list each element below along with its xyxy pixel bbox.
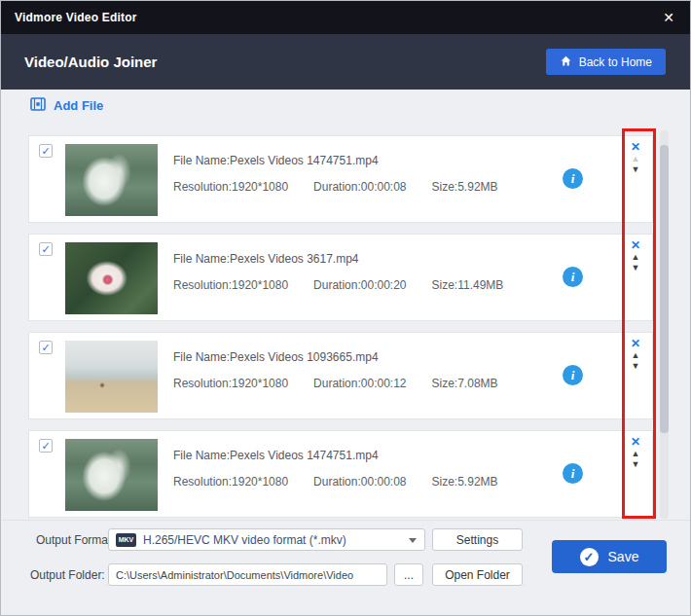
video-thumbnail-waterfall	[65, 439, 158, 511]
info-icon[interactable]: i	[563, 168, 583, 189]
film-icon	[30, 96, 46, 115]
browse-folder-button[interactable]: ...	[394, 563, 423, 586]
move-down-icon[interactable]: ▼	[632, 361, 640, 372]
chevron-down-icon	[409, 538, 417, 543]
check-circle-icon: ✓	[580, 548, 599, 566]
info-icon[interactable]: i	[563, 463, 583, 484]
close-icon[interactable]: ✕	[663, 11, 674, 24]
file-duration: Duration:00:00:08	[313, 475, 406, 489]
file-name: File Name:Pexels Videos 3617.mp4	[173, 252, 528, 266]
add-file-label: Add File	[54, 98, 103, 113]
app-window: Vidmore Video Editor ✕ Video/Audio Joine…	[0, 0, 691, 616]
file-name: File Name:Pexels Videos 1474751.mp4	[173, 449, 524, 462]
title-bar: Vidmore Video Editor ✕	[1, 1, 690, 34]
file-size: Size:5.92MB	[432, 475, 498, 489]
footer-divider	[1, 520, 690, 521]
back-to-home-button[interactable]: Back to Home	[546, 49, 666, 75]
output-folder-input[interactable]	[108, 563, 387, 586]
file-checkbox[interactable]: ✓	[39, 341, 53, 354]
remove-icon[interactable]: ✕	[631, 337, 640, 350]
page-header: Video/Audio Joiner Back to Home	[1, 34, 690, 90]
info-icon[interactable]: i	[563, 267, 583, 287]
file-name: File Name:Pexels Videos 1093665.mp4	[173, 350, 524, 364]
video-thumbnail-beach	[65, 341, 158, 413]
file-checkbox[interactable]: ✓	[39, 242, 53, 256]
save-button[interactable]: ✓ Save	[552, 540, 667, 573]
file-checkbox[interactable]: ✓	[39, 439, 53, 453]
file-size: Size:11.49MB	[432, 278, 504, 292]
open-folder-button[interactable]: Open Folder	[432, 563, 523, 586]
window-title: Vidmore Video Editor	[15, 11, 137, 24]
file-resolution: Resolution:1920*1080	[173, 475, 288, 489]
output-format-label: Output Format:	[36, 533, 115, 547]
move-down-icon[interactable]: ▼	[632, 459, 640, 470]
move-up-icon[interactable]: ▲	[632, 252, 640, 263]
remove-icon[interactable]: ✕	[631, 435, 640, 449]
file-duration: Duration:00:00:12	[313, 377, 406, 390]
save-label: Save	[608, 549, 639, 564]
file-row: ✓ File Name:Pexels Videos 1474751.mp4 Re…	[28, 135, 653, 223]
move-up-icon[interactable]: ▲	[632, 449, 640, 459]
info-icon[interactable]: i	[563, 365, 583, 385]
add-file-button[interactable]: Add File	[30, 96, 103, 115]
file-checkbox[interactable]: ✓	[39, 144, 53, 158]
file-list: ✓ File Name:Pexels Videos 1474751.mp4 Re…	[28, 127, 653, 520]
scrollbar-track[interactable]	[660, 130, 669, 519]
settings-button[interactable]: Settings	[432, 528, 523, 551]
move-down-icon[interactable]: ▼	[632, 263, 640, 273]
output-format-select[interactable]: MKV H.265/HEVC MKV video format (*.mkv)	[108, 528, 425, 551]
home-icon	[560, 54, 572, 70]
file-row: ✓ File Name:Pexels Videos 1093665.mp4 Re…	[28, 332, 653, 419]
file-size: Size:5.92MB	[432, 180, 498, 194]
scrollbar-thumb[interactable]	[660, 145, 669, 433]
file-resolution: Resolution:1920*1080	[173, 180, 288, 194]
file-row: ✓ File Name:Pexels Videos 1474751.mp4 Re…	[28, 430, 653, 518]
back-to-home-label: Back to Home	[579, 55, 652, 69]
file-duration: Duration:00:00:20	[313, 278, 406, 292]
file-row: ✓ File Name:Pexels Videos 3617.mp4 Resol…	[28, 234, 653, 321]
output-folder-label: Output Folder:	[30, 568, 105, 582]
remove-icon[interactable]: ✕	[631, 140, 640, 154]
file-name: File Name:Pexels Videos 1474751.mp4	[173, 154, 524, 167]
file-resolution: Resolution:1920*1080	[173, 377, 288, 390]
file-resolution: Resolution:1920*1080	[173, 278, 288, 292]
file-size: Size:7.08MB	[432, 377, 498, 390]
move-down-icon[interactable]: ▼	[632, 164, 640, 175]
move-up-icon[interactable]: ▲	[632, 154, 640, 164]
mkv-format-icon: MKV	[116, 533, 136, 547]
file-duration: Duration:00:00:08	[313, 180, 406, 194]
output-format-value: H.265/HEVC MKV video format (*.mkv)	[143, 533, 346, 547]
video-thumbnail-waterfall	[65, 144, 158, 216]
page-title: Video/Audio Joiner	[24, 54, 157, 70]
remove-icon[interactable]: ✕	[631, 238, 640, 252]
move-up-icon[interactable]: ▲	[632, 350, 640, 361]
video-thumbnail-flower	[65, 242, 158, 314]
